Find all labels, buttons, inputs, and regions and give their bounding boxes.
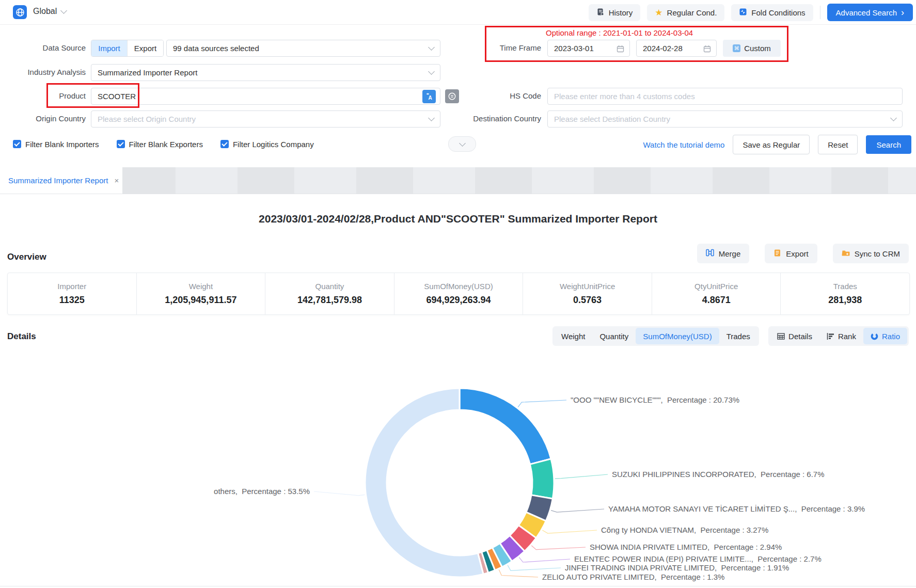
custom-label: Custom bbox=[744, 44, 771, 53]
merge-label: Merge bbox=[719, 249, 741, 258]
metric-tab-quantity[interactable]: Quantity bbox=[592, 328, 636, 344]
details-icon bbox=[777, 332, 785, 340]
destination-country-select[interactable]: Please select Destination Country bbox=[547, 110, 903, 128]
export-button[interactable]: Export bbox=[765, 244, 817, 263]
stat-qtyunitprice: QtyUnitPrice4.8671 bbox=[652, 273, 781, 314]
globe-logo-icon[interactable] bbox=[13, 5, 27, 19]
sync-to-crm-button[interactable]: Sync to CRM bbox=[833, 244, 909, 263]
checkbox-checked-icon bbox=[220, 140, 229, 148]
calendar-icon bbox=[703, 45, 711, 54]
regular-cond-label: Regular Cond. bbox=[667, 8, 717, 17]
reset-button[interactable]: Reset bbox=[818, 135, 858, 154]
checkbox-checked-icon bbox=[13, 140, 21, 148]
tab-strip: Summarized Importer Report × bbox=[0, 167, 916, 194]
pie-label-7: JINFEI TRADING INDIA PRIVATE LIMITED, Pe… bbox=[565, 563, 789, 572]
hs-code-input[interactable]: Please enter more than 4 customs codes bbox=[547, 88, 903, 105]
stat-label: SumOfMoney(USD) bbox=[424, 282, 493, 291]
top-bar: Global History ★ Regular Cond. Fold Cond… bbox=[0, 0, 916, 25]
fold-icon bbox=[739, 8, 747, 18]
stat-value: 694,929,263.94 bbox=[426, 295, 491, 306]
details-heading: Details bbox=[7, 331, 36, 342]
history-icon bbox=[596, 8, 605, 18]
merge-button[interactable]: Merge bbox=[697, 244, 750, 263]
checkbox-label: Filter Blank Exporters bbox=[129, 140, 203, 149]
chevron-down-icon bbox=[890, 115, 897, 121]
stat-weight: Weight1,205,945,911.57 bbox=[136, 273, 265, 314]
overview-actions: Merge Export Sync to CRM bbox=[697, 244, 909, 263]
export-label: Export bbox=[786, 249, 808, 258]
rank-icon bbox=[827, 332, 834, 340]
view-tab-details[interactable]: Details bbox=[770, 328, 819, 344]
pie-label-line-8 bbox=[499, 570, 538, 578]
data-sources-select[interactable]: 99 data sources selected bbox=[166, 40, 440, 57]
pie-label-6: ELENTEC POWER INDIA (EPI) PRIVATE LIMITE… bbox=[574, 554, 822, 563]
view-tab-label: Rank bbox=[838, 332, 856, 341]
region-selector[interactable]: Global bbox=[33, 7, 66, 16]
advanced-search-label: Advanced Search bbox=[836, 8, 897, 17]
product-label: Product bbox=[0, 91, 86, 101]
metric-tab-group: WeightQuantitySumOfMoney(USD)Trades bbox=[552, 326, 759, 346]
chevron-down-icon bbox=[428, 44, 435, 51]
stat-trades: Trades281,938 bbox=[780, 273, 909, 314]
product-input[interactable]: SCOOTER A bbox=[91, 88, 440, 105]
import-toggle[interactable]: Import bbox=[91, 40, 127, 56]
stat-weightunitprice: WeightUnitPrice0.5763 bbox=[523, 273, 652, 314]
hs-code-label: HS Code bbox=[465, 91, 541, 101]
pie-label-8: ZELIO AUTO PRIVATE LIMITED, Percentage :… bbox=[542, 573, 724, 581]
pie-label-line-2 bbox=[555, 474, 608, 479]
custom-range-button[interactable]: ⌘ Custom bbox=[723, 40, 781, 57]
industry-analysis-label: Industry Analysis bbox=[0, 67, 86, 77]
metric-tab-trades[interactable]: Trades bbox=[719, 328, 757, 344]
overview-heading: Overview bbox=[7, 252, 46, 262]
export-toggle[interactable]: Export bbox=[127, 40, 163, 56]
pie-label-1: "OOO ""NEW BICYCLE""", Percentage : 20.7… bbox=[571, 395, 739, 404]
checkbox-label: Filter Blank Importers bbox=[25, 140, 99, 149]
product-value: SCOOTER bbox=[98, 92, 136, 101]
history-label: History bbox=[609, 8, 633, 17]
app-root: Global History ★ Regular Cond. Fold Cond… bbox=[0, 0, 916, 588]
history-button[interactable]: History bbox=[589, 4, 641, 21]
search-button[interactable]: Search bbox=[866, 135, 911, 154]
origin-country-placeholder: Please select Origin Country bbox=[98, 115, 196, 123]
expand-conditions-button[interactable] bbox=[448, 136, 476, 152]
advanced-search-button[interactable]: Advanced Search › bbox=[827, 4, 913, 21]
tutorial-demo-link[interactable]: Watch the tutorial demo bbox=[643, 140, 725, 149]
filter-checkbox-filter-blank-exporters[interactable]: Filter Blank Exporters bbox=[117, 140, 203, 149]
date-end-input[interactable]: 2024-02-28 bbox=[636, 40, 717, 57]
stat-value: 11325 bbox=[59, 295, 85, 306]
date-start-input[interactable]: 2023-03-01 bbox=[547, 40, 630, 57]
origin-country-label: Origin Country bbox=[0, 114, 86, 124]
pie-label-line-1 bbox=[518, 400, 566, 407]
metric-tab-weight[interactable]: Weight bbox=[554, 328, 592, 344]
date-end-value: 2024-02-28 bbox=[643, 44, 683, 53]
similar-search-icon[interactable] bbox=[445, 89, 459, 103]
origin-country-select[interactable]: Please select Origin Country bbox=[91, 110, 440, 128]
metric-tab-sumofmoney-usd[interactable]: SumOfMoney(USD) bbox=[636, 328, 719, 344]
pie-label-line-7 bbox=[508, 565, 561, 570]
industry-analysis-select[interactable]: Summarized Importer Report bbox=[91, 64, 440, 81]
pie-segment-11[interactable] bbox=[365, 388, 483, 577]
regular-cond-button[interactable]: ★ Regular Cond. bbox=[647, 4, 724, 21]
pie-label-3: YAMAHA MOTOR SANAYI VE TİCARET LİMİTED Ş… bbox=[608, 504, 865, 513]
stat-value: 4.8671 bbox=[702, 295, 731, 306]
fold-conditions-button[interactable]: Fold Conditions bbox=[731, 4, 813, 21]
translate-icon[interactable]: A bbox=[422, 90, 436, 103]
view-tab-rank[interactable]: Rank bbox=[819, 328, 863, 344]
table-top-border bbox=[0, 586, 916, 586]
sync-to-crm-label: Sync to CRM bbox=[855, 249, 900, 258]
close-icon[interactable]: × bbox=[114, 176, 119, 185]
destination-country-label: Destination Country bbox=[465, 114, 541, 124]
filter-checkbox-filter-blank-importers[interactable]: Filter Blank Importers bbox=[13, 140, 99, 149]
view-tab-ratio[interactable]: Ratio bbox=[863, 328, 907, 344]
save-as-regular-button[interactable]: Save as Regular bbox=[733, 135, 810, 154]
chevron-down-icon bbox=[60, 7, 67, 14]
stat-quantity: Quantity142,781,579.98 bbox=[265, 273, 394, 314]
pie-segment-2[interactable] bbox=[530, 459, 554, 499]
pie-segment-1[interactable] bbox=[460, 388, 551, 464]
filter-checkbox-filter-logitics-company[interactable]: Filter Logitics Company bbox=[220, 140, 314, 149]
ratio-icon bbox=[871, 332, 878, 340]
date-start-value: 2023-03-01 bbox=[554, 44, 594, 53]
stat-label: Trades bbox=[833, 282, 857, 291]
chevron-down-icon bbox=[428, 115, 435, 121]
tab-summarized-importer-report[interactable]: Summarized Importer Report × bbox=[0, 167, 122, 194]
